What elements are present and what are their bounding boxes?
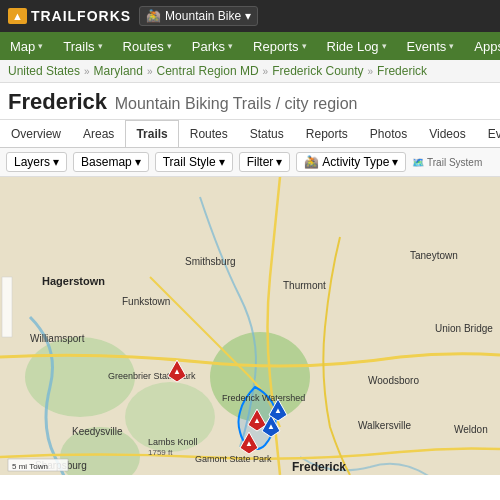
nav-map-caret: ▾: [38, 41, 43, 51]
svg-text:▲: ▲: [173, 367, 181, 376]
breadcrumb-region[interactable]: Central Region MD: [157, 64, 259, 78]
map-svg: Hagerstown Smithsburg Taneytown Thurmont…: [0, 177, 500, 475]
activity-label: Mountain Bike: [165, 9, 241, 23]
activity-icon: 🚵: [304, 155, 319, 169]
tab-events[interactable]: Events: [477, 120, 500, 147]
trailstyle-filter[interactable]: Trail Style ▾: [155, 152, 233, 172]
brand-logo[interactable]: ▲ TRAILFORKS: [8, 8, 131, 24]
trail-system-label: 🗺️ Trail System: [412, 157, 482, 168]
svg-text:Union Bridge: Union Bridge: [435, 323, 493, 334]
filter-bar: Layers ▾ Basemap ▾ Trail Style ▾ Filter …: [0, 148, 500, 177]
tab-routes[interactable]: Routes: [179, 120, 239, 147]
svg-text:Williamsport: Williamsport: [30, 333, 85, 344]
tab-areas[interactable]: Areas: [72, 120, 125, 147]
nav-routes-label: Routes: [123, 39, 164, 54]
trail-system-icons: 🗺️ Trail System: [412, 157, 482, 168]
breadcrumb-county[interactable]: Frederick County: [272, 64, 363, 78]
nav-map[interactable]: Map ▾: [0, 32, 53, 60]
nav-reports[interactable]: Reports ▾: [243, 32, 317, 60]
filter-btn[interactable]: Filter ▾: [239, 152, 291, 172]
nav-reports-label: Reports: [253, 39, 299, 54]
nav-routes-caret: ▾: [167, 41, 172, 51]
activity-caret: ▾: [392, 155, 398, 169]
filter-label: Filter: [247, 155, 274, 169]
activity-selector[interactable]: 🚵 Mountain Bike ▾: [139, 6, 258, 26]
brand-bar: ▲ TRAILFORKS 🚵 Mountain Bike ▾: [0, 0, 500, 32]
breadcrumb-us[interactable]: United States: [8, 64, 80, 78]
nav-ridelog-caret: ▾: [382, 41, 387, 51]
tabs-bar: Overview Areas Trails Routes Status Repo…: [0, 120, 500, 148]
svg-text:Walkersville: Walkersville: [358, 420, 411, 431]
nav-ridelog-label: Ride Log: [327, 39, 379, 54]
breadcrumb-sep3: »: [263, 66, 269, 77]
map-container[interactable]: Hagerstown Smithsburg Taneytown Thurmont…: [0, 177, 500, 475]
layers-caret: ▾: [53, 155, 59, 169]
breadcrumb-sep1: »: [84, 66, 90, 77]
trailstyle-label: Trail Style: [163, 155, 216, 169]
nav-apps-label: Apps: [474, 39, 500, 54]
nav-apps[interactable]: Apps: [464, 32, 500, 60]
svg-text:Woodsboro: Woodsboro: [368, 375, 419, 386]
svg-text:Weldon: Weldon: [454, 424, 488, 435]
nav-events-caret: ▾: [449, 41, 454, 51]
logo-text: TRAILFORKS: [31, 8, 131, 24]
svg-rect-54: [2, 277, 12, 337]
svg-text:▲: ▲: [274, 406, 282, 415]
nav-parks-caret: ▾: [228, 41, 233, 51]
tab-overview[interactable]: Overview: [0, 120, 72, 147]
nav-parks[interactable]: Parks ▾: [182, 32, 243, 60]
svg-text:Hagerstown: Hagerstown: [42, 275, 105, 287]
page-subtitle: Mountain Biking Trails / city region: [115, 95, 358, 112]
tab-reports[interactable]: Reports: [295, 120, 359, 147]
breadcrumb-sep2: »: [147, 66, 153, 77]
layers-filter[interactable]: Layers ▾: [6, 152, 67, 172]
nav-map-label: Map: [10, 39, 35, 54]
activity-filter[interactable]: 🚵 Activity Type ▾: [296, 152, 406, 172]
basemap-caret: ▾: [135, 155, 141, 169]
bike-icon: 🚵: [146, 9, 161, 23]
trailstyle-caret: ▾: [219, 155, 225, 169]
nav-trails-caret: ▾: [98, 41, 103, 51]
svg-text:1759 ft: 1759 ft: [148, 448, 173, 457]
nav-bar: Map ▾ Trails ▾ Routes ▾ Parks ▾ Reports …: [0, 32, 500, 60]
layers-label: Layers: [14, 155, 50, 169]
nav-routes[interactable]: Routes ▾: [113, 32, 182, 60]
nav-trails-label: Trails: [63, 39, 94, 54]
basemap-label: Basemap: [81, 155, 132, 169]
breadcrumb-city[interactable]: Frederick: [377, 64, 427, 78]
basemap-filter[interactable]: Basemap ▾: [73, 152, 149, 172]
svg-text:Taneytown: Taneytown: [410, 250, 458, 261]
page-title-bar: Frederick Mountain Biking Trails / city …: [0, 83, 500, 120]
filter-caret: ▾: [276, 155, 282, 169]
svg-text:Smithsburg: Smithsburg: [185, 256, 236, 267]
nav-reports-caret: ▾: [302, 41, 307, 51]
activity-caret: ▾: [245, 9, 251, 23]
svg-text:Thurmont: Thurmont: [283, 280, 326, 291]
svg-text:Frederick Watershed: Frederick Watershed: [222, 393, 305, 403]
nav-events-label: Events: [407, 39, 447, 54]
breadcrumb-sep4: »: [368, 66, 374, 77]
breadcrumb-md[interactable]: Maryland: [94, 64, 143, 78]
activity-filter-label: Activity Type: [322, 155, 389, 169]
logo-icon: ▲: [8, 8, 27, 24]
tab-photos[interactable]: Photos: [359, 120, 418, 147]
nav-parks-label: Parks: [192, 39, 225, 54]
svg-text:Gamont State Park: Gamont State Park: [195, 454, 272, 464]
breadcrumb: United States » Maryland » Central Regio…: [0, 60, 500, 83]
svg-text:5 mi  Town: 5 mi Town: [12, 462, 48, 471]
nav-ridelog[interactable]: Ride Log ▾: [317, 32, 397, 60]
svg-text:Funkstown: Funkstown: [122, 296, 170, 307]
svg-text:▲: ▲: [267, 422, 275, 431]
tab-status[interactable]: Status: [239, 120, 295, 147]
tab-trails[interactable]: Trails: [125, 120, 178, 148]
tab-videos[interactable]: Videos: [418, 120, 476, 147]
svg-text:▲: ▲: [253, 416, 261, 425]
nav-events[interactable]: Events ▾: [397, 32, 465, 60]
svg-text:▲: ▲: [245, 439, 253, 448]
nav-trails[interactable]: Trails ▾: [53, 32, 112, 60]
page-title: Frederick: [8, 89, 107, 114]
svg-text:Keedysville: Keedysville: [72, 426, 123, 437]
svg-text:Frederick: Frederick: [292, 460, 346, 474]
svg-text:Lambs Knoll: Lambs Knoll: [148, 437, 198, 447]
